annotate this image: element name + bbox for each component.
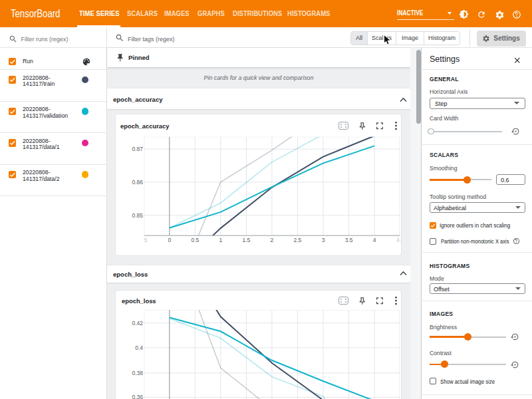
svg-text:0.42: 0.42 [132,320,143,327]
svg-text:0.85: 0.85 [132,212,143,219]
svg-text:0.38: 0.38 [132,370,143,376]
svg-text:epoch_accuracy: epoch_accuracy [120,122,170,130]
svg-text:5: 5 [144,237,148,243]
svg-text:0.87: 0.87 [132,146,143,152]
svg-text:0: 0 [168,237,171,243]
svg-text:0.5: 0.5 [191,237,199,243]
svg-text:3: 3 [322,237,325,243]
svg-text:epoch_loss: epoch_loss [122,297,156,305]
svg-text:1.5: 1.5 [242,237,250,243]
svg-text:0.4: 0.4 [135,344,143,351]
svg-text:0.86: 0.86 [132,179,143,186]
svg-text:1: 1 [219,237,222,243]
svg-text:0.36: 0.36 [132,394,143,399]
svg-text:3.5: 3.5 [345,237,353,243]
svg-text:2.5: 2.5 [293,237,301,243]
svg-text:4.5: 4.5 [396,237,402,243]
svg-text:2: 2 [271,237,274,243]
svg-text:4: 4 [373,237,376,243]
